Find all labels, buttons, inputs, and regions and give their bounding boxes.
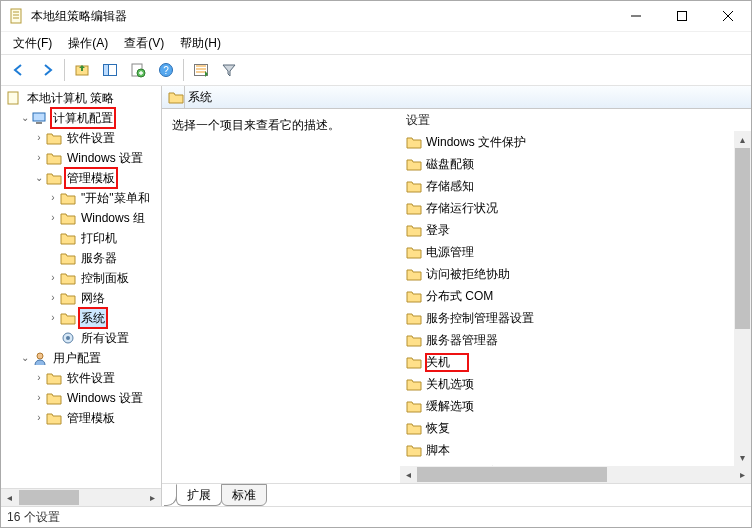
scroll-thumb[interactable] xyxy=(417,467,607,482)
tree-computer-config[interactable]: ⌄计算机配置 xyxy=(5,108,161,128)
menu-file[interactable]: 文件(F) xyxy=(5,33,60,54)
twisty-open-icon[interactable]: ⌄ xyxy=(33,168,45,188)
tree-item[interactable]: ›软件设置 xyxy=(5,368,161,388)
list-body: Windows 文件保护磁盘配额存储感知存储运行状况登录电源管理访问被拒绝协助分… xyxy=(400,131,751,483)
tree-root[interactable]: 本地计算机 策略 xyxy=(5,88,161,108)
tree-label: Windows 组 xyxy=(79,208,147,228)
folder-icon xyxy=(406,267,422,281)
back-button[interactable] xyxy=(6,57,32,83)
twisty-closed-icon[interactable]: › xyxy=(47,268,59,288)
list-item[interactable]: 磁盘配额 xyxy=(400,153,734,175)
list-item[interactable]: 关机 xyxy=(400,351,734,373)
tab-extended[interactable]: 扩展 xyxy=(176,484,222,506)
list-item[interactable]: 服务控制管理器设置 xyxy=(400,307,734,329)
filter-button[interactable] xyxy=(216,57,242,83)
tree-hscrollbar[interactable]: ◂ ▸ xyxy=(1,488,161,506)
menu-help[interactable]: 帮助(H) xyxy=(172,33,229,54)
twisty-closed-icon[interactable]: › xyxy=(47,188,59,208)
tree-item[interactable]: ›Windows 组 xyxy=(5,208,161,228)
list-item[interactable]: 电源管理 xyxy=(400,241,734,263)
forward-button[interactable] xyxy=(34,57,60,83)
tree-item[interactable]: ›管理模板 xyxy=(5,408,161,428)
tree-item[interactable]: ›Windows 设置 xyxy=(5,388,161,408)
scroll-left-icon[interactable]: ◂ xyxy=(400,466,417,483)
tree-label: 系统 xyxy=(79,308,107,328)
scroll-thumb[interactable] xyxy=(19,490,79,505)
folder-icon xyxy=(60,231,76,245)
tree-admin-templates[interactable]: ⌄管理模板 xyxy=(5,168,161,188)
scroll-right-icon[interactable]: ▸ xyxy=(144,489,161,506)
list-item[interactable]: 登录 xyxy=(400,219,734,241)
up-button[interactable] xyxy=(69,57,95,83)
scroll-down-icon[interactable]: ▾ xyxy=(734,449,751,466)
list-item[interactable]: 缓解选项 xyxy=(400,395,734,417)
scroll-track[interactable] xyxy=(417,466,734,483)
menubar: 文件(F) 操作(A) 查看(V) 帮助(H) xyxy=(1,31,751,54)
tree-item[interactable]: ›Windows 设置 xyxy=(5,148,161,168)
titlebar: 本地组策略编辑器 xyxy=(1,1,751,31)
list-item-label: 关机 xyxy=(426,354,468,371)
tree-item[interactable]: ›网络 xyxy=(5,288,161,308)
tree[interactable]: 本地计算机 策略 ⌄计算机配置 ›软件设置 ›Windows 设置 ⌄管理模板 … xyxy=(1,86,161,488)
computer-icon xyxy=(32,111,48,125)
list-item[interactable]: Windows 文件保护 xyxy=(400,131,734,153)
scroll-up-icon[interactable]: ▴ xyxy=(734,131,751,148)
filter-options-button[interactable] xyxy=(188,57,214,83)
twisty-closed-icon[interactable]: › xyxy=(47,208,59,228)
scroll-right-icon[interactable]: ▸ xyxy=(734,466,751,483)
list-hscrollbar[interactable]: ◂ ▸ xyxy=(400,466,751,483)
tree-item[interactable]: 打印机 xyxy=(5,228,161,248)
tree-item[interactable]: ›"开始"菜单和 xyxy=(5,188,161,208)
folder-icon xyxy=(406,421,422,435)
tree-item[interactable]: 所有设置 xyxy=(5,328,161,348)
tree-item[interactable]: ›控制面板 xyxy=(5,268,161,288)
show-hide-tree-button[interactable] xyxy=(97,57,123,83)
close-button[interactable] xyxy=(705,1,751,31)
twisty-closed-icon[interactable]: › xyxy=(33,128,45,148)
folder-icon xyxy=(406,355,422,369)
folder-icon xyxy=(60,191,76,205)
list-item-label: 磁盘配额 xyxy=(426,156,474,173)
description-panel: 选择一个项目来查看它的描述。 xyxy=(162,109,400,483)
scroll-track[interactable] xyxy=(80,489,144,506)
properties-button[interactable] xyxy=(125,57,151,83)
twisty-closed-icon[interactable]: › xyxy=(33,388,45,408)
list-item[interactable]: 访问被拒绝协助 xyxy=(400,263,734,285)
twisty-closed-icon[interactable]: › xyxy=(33,408,45,428)
svg-rect-18 xyxy=(36,122,42,124)
tree-user-config[interactable]: ⌄用户配置 xyxy=(5,348,161,368)
tree-item[interactable]: 服务器 xyxy=(5,248,161,268)
list-vscrollbar[interactable]: ▴ ▾ xyxy=(734,131,751,466)
tree-item[interactable]: ›软件设置 xyxy=(5,128,161,148)
list-item[interactable]: 服务器管理器 xyxy=(400,329,734,351)
twisty-open-icon[interactable]: ⌄ xyxy=(19,108,31,128)
twisty-closed-icon[interactable]: › xyxy=(47,308,59,328)
column-label: 设置 xyxy=(406,112,430,129)
help-button[interactable]: ? xyxy=(153,57,179,83)
list-item[interactable]: 分布式 COM xyxy=(400,285,734,307)
scroll-track[interactable] xyxy=(734,148,751,449)
column-header-setting[interactable]: 设置 xyxy=(400,109,751,131)
twisty-closed-icon[interactable]: › xyxy=(33,368,45,388)
tree-system[interactable]: ›系统 xyxy=(5,308,161,328)
twisty-open-icon[interactable]: ⌄ xyxy=(19,348,31,368)
scroll-thumb[interactable] xyxy=(735,148,750,329)
settings-list: 设置 Windows 文件保护磁盘配额存储感知存储运行状况登录电源管理访问被拒绝… xyxy=(400,109,751,483)
tab-standard[interactable]: 标准 xyxy=(221,484,267,506)
maximize-button[interactable] xyxy=(659,1,705,31)
list-item[interactable]: 恢复 xyxy=(400,417,734,439)
list-item[interactable]: 关机选项 xyxy=(400,373,734,395)
list-item[interactable]: 脚本 xyxy=(400,439,734,461)
minimize-button[interactable] xyxy=(613,1,659,31)
tree-label: 服务器 xyxy=(79,248,119,268)
list-item-label: 服务控制管理器设置 xyxy=(426,310,534,327)
menu-view[interactable]: 查看(V) xyxy=(116,33,172,54)
list-item[interactable]: 存储运行状况 xyxy=(400,197,734,219)
twisty-closed-icon[interactable]: › xyxy=(33,148,45,168)
list-rows[interactable]: Windows 文件保护磁盘配额存储感知存储运行状况登录电源管理访问被拒绝协助分… xyxy=(400,131,734,466)
folder-icon xyxy=(46,171,62,185)
twisty-closed-icon[interactable]: › xyxy=(47,288,59,308)
scroll-left-icon[interactable]: ◂ xyxy=(1,489,18,506)
menu-action[interactable]: 操作(A) xyxy=(60,33,116,54)
list-item[interactable]: 存储感知 xyxy=(400,175,734,197)
